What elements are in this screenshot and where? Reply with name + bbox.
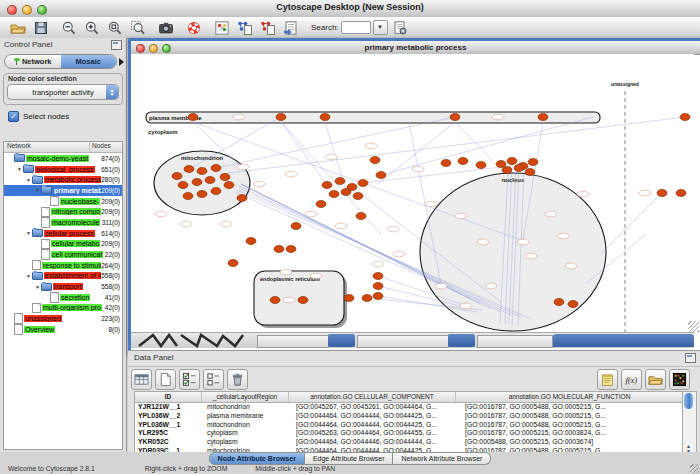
delete-attribute-icon[interactable] xyxy=(227,369,248,390)
tree-item-establishment-of-lo[interactable]: ▼establishment of lo558(0) xyxy=(4,271,122,282)
node-label-pill[interactable] xyxy=(325,154,337,160)
graph-node[interactable] xyxy=(184,165,194,172)
node-label-pill[interactable] xyxy=(492,114,504,120)
zoom-out-icon[interactable] xyxy=(59,19,79,37)
import-table-icon[interactable] xyxy=(281,19,301,37)
graph-node[interactable] xyxy=(657,189,667,196)
table-row[interactable]: YPL036W__2plasma membrane[GO:0044464, GO… xyxy=(135,412,684,421)
graph-node[interactable] xyxy=(514,164,524,171)
node-label-pill[interactable] xyxy=(365,143,377,149)
tree-item-nucleobase-[interactable]: nucleobase-209(0) xyxy=(4,196,122,207)
node-label-pill[interactable] xyxy=(220,221,232,227)
graph-node[interactable] xyxy=(220,173,230,180)
float-panel-icon[interactable] xyxy=(685,353,696,363)
search-input[interactable] xyxy=(341,21,371,34)
network-canvas[interactable]: plasma membranecytoplasmmitochondrionnuc… xyxy=(131,54,694,332)
tab-overflow-arrow-icon[interactable] xyxy=(119,58,124,66)
column-header[interactable]: annotation.GO MOLECULAR_FUNCTION xyxy=(456,392,684,402)
node-color-dropdown[interactable]: transporter activity ▲▼ xyxy=(7,84,119,100)
attribute-table-header[interactable]: ID_cellularLayoutRegionannotation.GO CEL… xyxy=(135,392,684,403)
graph-edge[interactable] xyxy=(216,117,455,168)
table-cell[interactable]: [GO:0044464, GO:0044444, GO:0044425, G..… xyxy=(293,421,462,430)
tree-item-secretion[interactable]: secretion41(0) xyxy=(4,292,122,303)
network-overview-icon[interactable] xyxy=(212,19,232,37)
attribute-table-body[interactable]: YJR121W__1mitochondrion[GO:0045267, GO:0… xyxy=(135,403,684,456)
node-label-pill[interactable] xyxy=(577,191,589,197)
table-row[interactable]: YPL036W__1mitochondrion[GO:0044464, GO:0… xyxy=(135,421,684,430)
tree-item-mosaic-demo-yeast[interactable]: mosaic-demo-yeast874(0) xyxy=(4,153,122,164)
graph-node[interactable] xyxy=(568,300,578,307)
import-attributes-icon[interactable] xyxy=(258,19,278,37)
tab-network[interactable]: Network xyxy=(5,55,61,68)
column-header[interactable]: annotation.GO CELLULAR_COMPONENT xyxy=(289,392,456,402)
graph-node[interactable] xyxy=(554,298,564,305)
graph-node[interactable] xyxy=(458,157,468,164)
graph-node[interactable] xyxy=(322,181,332,188)
tree-header[interactable]: Network Nodes xyxy=(4,142,122,153)
select-nodes-row[interactable]: ✓ Select nodes xyxy=(8,111,126,122)
expander-icon[interactable]: ▼ xyxy=(25,230,32,236)
graph-node[interactable] xyxy=(183,192,193,199)
graph-node[interactable] xyxy=(373,272,383,279)
import-network-icon[interactable] xyxy=(235,19,255,37)
node-label-pill[interactable] xyxy=(310,273,322,279)
expander-icon[interactable]: ▼ xyxy=(34,187,41,193)
table-cell[interactable]: YPL036W__1 xyxy=(135,421,204,430)
table-cell[interactable]: [GO:0045263, GO:0044464, GO:0044455, G..… xyxy=(293,429,462,438)
tree-item-unassigned[interactable]: unassigned223(0) xyxy=(4,313,122,324)
table-cell[interactable]: [GO:0016787, GO:0005215, GO:0003824, G..… xyxy=(462,429,684,438)
unselect-attributes-icon[interactable] xyxy=(203,369,224,390)
float-panel-icon[interactable] xyxy=(111,40,122,50)
notepad-icon[interactable] xyxy=(597,369,618,390)
table-cell[interactable]: [GO:0044464, GO:0044446, GO:0044444, G..… xyxy=(293,438,462,447)
graph-node[interactable] xyxy=(298,296,308,303)
expander-icon[interactable]: ▼ xyxy=(16,166,23,172)
tree-item-macromolecule[interactable]: macromolecule311(0) xyxy=(4,217,122,228)
node-label-pill[interactable] xyxy=(460,303,472,309)
node-label-pill[interactable] xyxy=(545,211,557,217)
help-lifebuoy-icon[interactable] xyxy=(184,19,204,37)
graph-node[interactable] xyxy=(370,156,380,163)
table-cell[interactable]: cytoplasm xyxy=(204,438,293,447)
table-row[interactable]: YKR052Ccytoplasm[GO:0044464, GO:0044446,… xyxy=(135,438,684,447)
column-header[interactable]: _cellularLayoutRegion xyxy=(202,392,289,402)
node-label-pill[interactable] xyxy=(155,211,167,217)
graph-node[interactable] xyxy=(286,245,296,252)
graph-node[interactable] xyxy=(320,113,330,120)
tree-item-response-to-stimulu[interactable]: response to stimulu264(0) xyxy=(4,260,122,271)
node-label-pill[interactable] xyxy=(525,253,537,259)
node-label-pill[interactable] xyxy=(372,261,384,267)
graph-node[interactable] xyxy=(291,222,301,229)
zoom-selected-icon[interactable] xyxy=(128,19,148,37)
node-label-pill[interactable] xyxy=(517,239,529,245)
graph-node[interactable] xyxy=(274,245,284,252)
graph-node[interactable] xyxy=(373,292,383,299)
node-label-pill[interactable] xyxy=(485,283,497,289)
table-cell[interactable]: mitochondrion xyxy=(204,421,293,430)
attribute-table[interactable]: ID_cellularLayoutRegionannotation.GO CEL… xyxy=(134,391,685,457)
tab-network-attribute-browser[interactable]: Network Attribute Browser xyxy=(393,452,491,465)
table-cell[interactable]: YLR295C xyxy=(135,429,204,438)
graph-node[interactable] xyxy=(525,168,535,175)
network-view-window[interactable]: primary metabolic process plasma membran… xyxy=(128,38,700,356)
graph-node[interactable] xyxy=(211,164,221,171)
node-label-pill[interactable] xyxy=(233,114,245,120)
select-attributes-icon[interactable] xyxy=(179,369,200,390)
table-cell[interactable]: cytoplasm xyxy=(204,429,293,438)
scrollbar-thumb[interactable] xyxy=(684,393,693,409)
title-bar[interactable]: Cytoscape Desktop (New Session) xyxy=(0,0,700,18)
graph-node[interactable] xyxy=(246,237,256,244)
network-canvas-area[interactable]: plasma membranecytoplasmmitochondrionnuc… xyxy=(131,54,694,332)
tab-edge-attribute-browser[interactable]: Edge Attribute Browser xyxy=(305,452,394,465)
snapshot-camera-icon[interactable] xyxy=(156,19,176,37)
chevron-down-icon[interactable]: ▾ xyxy=(373,20,388,35)
column-header[interactable]: ID xyxy=(135,392,202,402)
graph-node[interactable] xyxy=(476,161,486,168)
graph-edge[interactable] xyxy=(221,117,685,174)
table-scrollbar[interactable]: ▲▼ xyxy=(682,391,697,456)
node-label-pill[interactable] xyxy=(253,181,265,187)
app-resize-grip[interactable] xyxy=(690,464,699,473)
zoom-in-icon[interactable] xyxy=(82,19,102,37)
node-label-pill[interactable] xyxy=(387,226,399,232)
node-label-pill[interactable] xyxy=(557,233,569,239)
